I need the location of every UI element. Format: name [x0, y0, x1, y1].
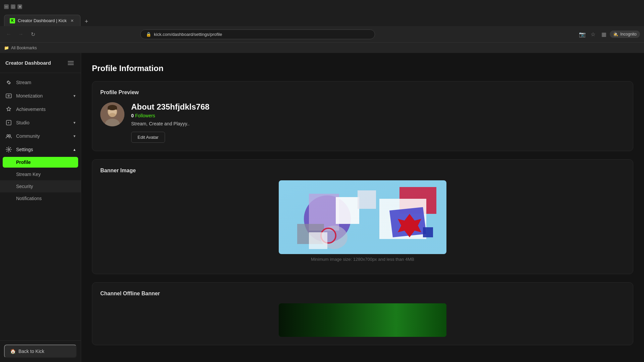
profile-preview: About 235hfjdkls768 0 Followers Stream, … [100, 102, 625, 143]
avatar [100, 102, 124, 126]
app: Creator Dashboard Stream [0, 53, 644, 362]
edit-avatar-button[interactable]: Edit Avatar [131, 132, 165, 143]
monetization-label: Monetization [16, 93, 69, 99]
browser-chrome: ─ □ ✕ K Creator Dashboard | Kick ✕ + ← →… [0, 0, 644, 53]
settings-subnav: Profile Stream Key Security Notification… [0, 157, 81, 204]
sidebar-nav: Stream Monetization ▾ Achievements [0, 73, 81, 340]
svg-point-15 [109, 113, 116, 117]
back-icon: 🏠 [10, 349, 16, 354]
subnav-item-stream-key[interactable]: Stream Key [0, 168, 81, 180]
banner-image-card: Banner Image [92, 159, 633, 274]
tab-favicon: K [10, 18, 15, 23]
sidebar-footer: 🏠 Back to Kick [0, 340, 81, 362]
sidebar-item-community[interactable]: Community ▾ [0, 129, 81, 143]
tab-title: Creator Dashboard | Kick [18, 18, 67, 23]
banner-image[interactable] [279, 180, 446, 254]
community-icon [5, 133, 12, 139]
banner-section-title: Banner Image [100, 168, 625, 174]
sidebar-item-monetization[interactable]: Monetization ▾ [0, 89, 81, 103]
sidebar-collapse-button[interactable] [66, 58, 75, 68]
menu-icon [68, 60, 74, 66]
sidebar: Creator Dashboard Stream [0, 53, 81, 362]
svg-rect-0 [68, 61, 74, 62]
profile-preview-title: Profile Preview [100, 89, 625, 96]
studio-icon [5, 119, 12, 126]
community-chevron: ▾ [73, 134, 75, 138]
sidebar-toggle-icon[interactable]: ▦ [599, 29, 608, 39]
back-to-kick-label: Back to Kick [18, 349, 44, 354]
lock-icon: 🔒 [146, 32, 151, 37]
star-icon[interactable]: ☆ [588, 29, 598, 39]
svg-point-3 [8, 81, 10, 83]
achievements-icon [5, 106, 12, 113]
profile-preview-card: Profile Preview [92, 81, 633, 151]
reload-button[interactable]: ↻ [28, 29, 38, 39]
subnav-item-security[interactable]: Security [0, 180, 81, 192]
sidebar-header: Creator Dashboard [0, 53, 81, 73]
bookmarks-bar: 📁 All Bookmarks [0, 42, 644, 53]
profile-username: About 235hfjdkls768 [131, 102, 625, 112]
sidebar-item-achievements[interactable]: Achievements [0, 103, 81, 116]
main-content: Profile Information Profile Preview [81, 53, 644, 362]
offline-banner-card: Channel Offline Banner [92, 282, 633, 345]
tabs-bar: K Creator Dashboard | Kick ✕ + [0, 13, 644, 26]
notifications-subnav-label: Notifications [16, 196, 42, 201]
monetization-icon [5, 93, 12, 99]
close-button[interactable]: ✕ [17, 4, 22, 9]
bookmarks-folder-icon: 📁 [4, 46, 9, 50]
svg-rect-13 [108, 108, 117, 110]
followers-count: 0 Followers [131, 113, 625, 118]
url-text: kick.com/dashboard/settings/profile [154, 32, 369, 37]
maximize-button[interactable]: □ [11, 4, 15, 9]
banner-container: Minimum image size: 1280x700px and less … [100, 180, 625, 262]
sidebar-title: Creator Dashboard [5, 60, 51, 66]
address-actions: 📷 ☆ ▦ 🕵 Incognito [578, 29, 640, 39]
incognito-label: Incognito [620, 32, 637, 37]
offline-banner-preview[interactable] [279, 303, 446, 337]
subnav-item-notifications[interactable]: Notifications [0, 192, 81, 204]
profile-bio: Stream, Create and Playyy.. [131, 121, 625, 126]
back-button[interactable]: ← [4, 29, 13, 39]
studio-label: Studio [16, 120, 69, 125]
forward-button[interactable]: → [16, 29, 25, 39]
studio-chevron: ▾ [73, 120, 75, 125]
svg-point-6 [7, 135, 9, 136]
camera-off-icon: 📷 [578, 29, 587, 39]
incognito-badge: 🕵 Incognito [610, 31, 640, 38]
stream-label: Stream [16, 80, 75, 85]
back-to-kick-button[interactable]: 🏠 Back to Kick [4, 345, 77, 358]
svg-rect-34 [279, 303, 446, 337]
settings-chevron: ▴ [73, 147, 75, 152]
new-tab-button[interactable]: + [82, 17, 91, 26]
sidebar-item-settings[interactable]: Settings ▴ [0, 143, 81, 156]
svg-point-7 [9, 135, 11, 136]
tab-close-button[interactable]: ✕ [69, 18, 75, 23]
stream-icon [5, 79, 12, 86]
window-controls: ─ □ ✕ [4, 4, 22, 9]
incognito-icon: 🕵 [613, 32, 618, 37]
achievements-label: Achievements [16, 107, 75, 112]
sidebar-item-studio[interactable]: Studio ▾ [0, 116, 81, 129]
community-label: Community [16, 133, 69, 139]
avatar-container [100, 102, 124, 126]
svg-rect-1 [68, 63, 74, 63]
page-title: Profile Information [92, 64, 633, 73]
banner-hint: Minimum image size: 1280x700px and less … [100, 257, 625, 262]
sidebar-item-stream[interactable]: Stream [0, 76, 81, 89]
followers-label: Followers [135, 113, 155, 118]
avatar-image [100, 102, 124, 126]
url-bar[interactable]: 🔒 kick.com/dashboard/settings/profile [140, 29, 375, 39]
active-tab[interactable]: K Creator Dashboard | Kick ✕ [4, 15, 80, 26]
svg-rect-2 [68, 64, 74, 65]
minimize-button[interactable]: ─ [4, 4, 9, 9]
followers-number: 0 [131, 113, 134, 118]
offline-banner-title: Channel Offline Banner [100, 291, 625, 297]
profile-subnav-label: Profile [16, 160, 31, 165]
title-bar: ─ □ ✕ [0, 0, 644, 13]
stream-key-subnav-label: Stream Key [16, 172, 41, 177]
profile-info: About 235hfjdkls768 0 Followers Stream, … [131, 102, 625, 143]
settings-icon [5, 146, 12, 153]
subnav-item-profile[interactable]: Profile [3, 157, 78, 168]
security-subnav-label: Security [16, 184, 33, 189]
offline-banner-image [279, 303, 446, 337]
